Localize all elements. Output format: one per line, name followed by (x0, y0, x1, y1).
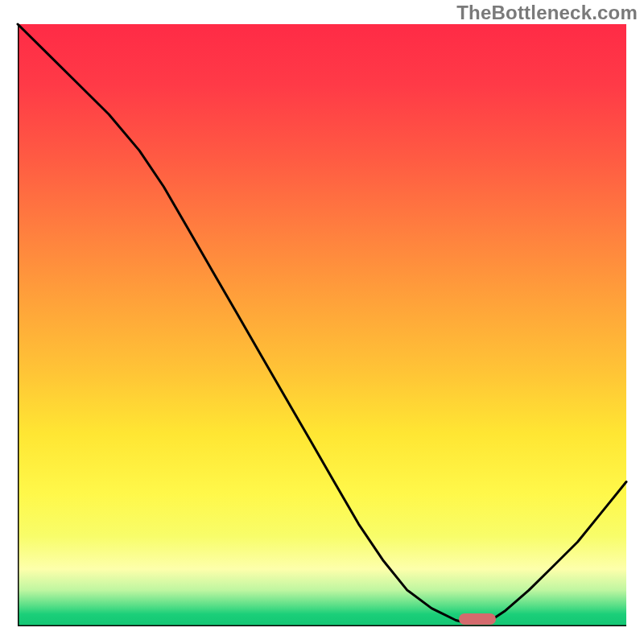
optimum-marker (459, 613, 496, 625)
plot-area (18, 24, 626, 626)
bottleneck-curve (18, 24, 626, 626)
watermark-text: TheBottleneck.com (456, 2, 638, 24)
chart-container: TheBottleneck.com (0, 0, 644, 644)
